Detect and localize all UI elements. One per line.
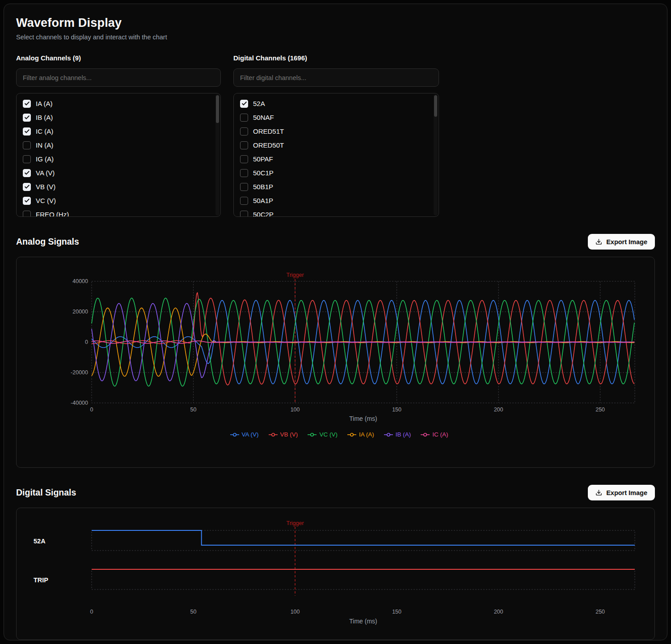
- page-title: Waveform Display: [16, 16, 655, 30]
- legend-marker-icon: [308, 432, 317, 437]
- digital-channel-row-50paf[interactable]: 50PAF: [235, 152, 438, 166]
- channel-label: IG (A): [36, 155, 54, 163]
- checkbox-checked-icon[interactable]: [23, 169, 31, 177]
- analog-channel-row-ig-a[interactable]: IG (A): [17, 152, 219, 166]
- export-analog-image-button[interactable]: Export Image: [588, 234, 655, 250]
- analog-channel-row-va-v[interactable]: VA (V): [17, 166, 219, 180]
- y-tick-label: 20000: [72, 309, 88, 315]
- channel-selectors: Analog Channels (9) IA (A)IB (A)IC (A)IN…: [16, 54, 655, 217]
- channel-label: 52A: [253, 100, 265, 107]
- digital-channel-row-50a1p[interactable]: 50A1P: [235, 194, 438, 208]
- channel-label: IN (A): [36, 141, 53, 149]
- legend-item-va-v[interactable]: VA (V): [230, 431, 259, 438]
- digital-chart-card: Trigger52ATRIP050100150200250Time (ms): [16, 508, 655, 640]
- analog-list-scrollbar-thumb[interactable]: [216, 95, 219, 123]
- analog-channel-row-vb-v[interactable]: VB (V): [17, 180, 219, 194]
- export-digital-image-button[interactable]: Export Image: [588, 485, 655, 500]
- digital-list-scrollbar-thumb[interactable]: [434, 95, 437, 117]
- legend-label: IB (A): [396, 431, 411, 438]
- digital-channel-box-52a: [92, 530, 635, 551]
- checkbox-unchecked-icon[interactable]: [23, 141, 31, 149]
- channel-label: VB (V): [36, 183, 55, 191]
- legend-label: IA (A): [359, 431, 374, 438]
- legend-item-ia-a[interactable]: IA (A): [347, 431, 374, 438]
- analog-channel-row-vc-v[interactable]: VC (V): [17, 194, 219, 208]
- legend-item-ic-a[interactable]: IC (A): [421, 431, 448, 438]
- digital-channel-list[interactable]: 52A50NAFORED51TORED50T50PAF50C1P50B1P50A…: [233, 93, 439, 217]
- x-tick-label: 150: [392, 609, 401, 615]
- legend-label: VA (V): [242, 431, 259, 438]
- download-icon: [595, 489, 602, 496]
- checkbox-checked-icon[interactable]: [23, 100, 31, 108]
- digital-signals-header: Digital Signals Export Image: [16, 485, 655, 500]
- analog-channels-panel: Analog Channels (9) IA (A)IB (A)IC (A)IN…: [16, 54, 221, 217]
- checkbox-unchecked-icon[interactable]: [240, 114, 248, 122]
- checkbox-checked-icon[interactable]: [23, 183, 31, 191]
- analog-channel-row-freq-hz[interactable]: FREQ (Hz): [17, 208, 219, 217]
- checkbox-unchecked-icon[interactable]: [240, 211, 248, 217]
- analog-channel-row-ic-a[interactable]: IC (A): [17, 124, 219, 138]
- y-tick-label: -20000: [71, 369, 88, 376]
- channel-label: 50C1P: [253, 169, 274, 177]
- checkbox-unchecked-icon[interactable]: [23, 155, 31, 163]
- digital-channel-label-trip: TRIP: [34, 576, 48, 584]
- digital-signals-chart[interactable]: Trigger52ATRIP050100150200250Time (ms): [24, 512, 648, 629]
- analog-signals-header: Analog Signals Export Image: [16, 234, 655, 250]
- analog-filter-input[interactable]: [16, 68, 221, 87]
- page-header: Waveform Display Select channels to disp…: [16, 16, 655, 41]
- x-tick-label: 200: [494, 609, 503, 615]
- digital-channel-row-ored51t[interactable]: ORED51T: [235, 124, 438, 138]
- x-tick-label: 150: [392, 407, 401, 413]
- digital-channel-row-50b1p[interactable]: 50B1P: [235, 180, 438, 194]
- checkbox-checked-icon[interactable]: [240, 100, 248, 108]
- digital-signals-title: Digital Signals: [16, 487, 76, 498]
- legend-item-ib-a[interactable]: IB (A): [384, 431, 411, 438]
- checkbox-unchecked-icon[interactable]: [240, 141, 248, 149]
- x-tick-label: 50: [190, 609, 197, 615]
- analog-signals-chart[interactable]: 05010015020025040000200000-20000-40000Tr…: [24, 270, 648, 427]
- checkbox-checked-icon[interactable]: [23, 127, 31, 136]
- x-axis-label: Time (ms): [349, 618, 377, 625]
- channel-label: VC (V): [36, 197, 56, 204]
- x-tick-label: 100: [291, 609, 300, 615]
- analog-channel-row-ia-a[interactable]: IA (A): [17, 97, 219, 110]
- checkbox-checked-icon[interactable]: [23, 197, 31, 205]
- analog-channel-row-ib-a[interactable]: IB (A): [17, 110, 219, 124]
- checkbox-unchecked-icon[interactable]: [240, 127, 248, 136]
- checkbox-checked-icon[interactable]: [23, 114, 31, 122]
- digital-channel-row-52a[interactable]: 52A: [235, 97, 438, 110]
- channel-label: 50C2P: [253, 211, 274, 217]
- digital-channel-row-ored50t[interactable]: ORED50T: [235, 138, 438, 152]
- legend-marker-icon: [347, 432, 356, 437]
- download-icon: [595, 238, 602, 245]
- legend-label: IC (A): [432, 431, 448, 438]
- channel-label: ORED50T: [253, 141, 284, 149]
- digital-channel-box-trip: [92, 569, 635, 589]
- waveform-display-app: Waveform Display Select channels to disp…: [4, 4, 667, 640]
- legend-item-vc-v[interactable]: VC (V): [308, 431, 338, 438]
- page-subtitle: Select channels to display and interact …: [16, 34, 655, 41]
- checkbox-unchecked-icon[interactable]: [240, 169, 248, 177]
- digital-filter-input[interactable]: [233, 68, 439, 87]
- checkbox-unchecked-icon[interactable]: [240, 183, 248, 191]
- digital-channel-row-50c2p[interactable]: 50C2P: [235, 208, 438, 217]
- analog-channel-list[interactable]: IA (A)IB (A)IC (A)IN (A)IG (A)VA (V)VB (…: [16, 93, 221, 217]
- channel-label: IB (A): [36, 114, 53, 121]
- analog-chart-legend: VA (V)VB (V)VC (V)IA (A)IB (A)IC (A): [24, 431, 654, 438]
- digital-list-scrollbar[interactable]: [434, 94, 438, 216]
- digital-channels-heading: Digital Channels (1696): [233, 54, 439, 62]
- channel-label: IA (A): [36, 100, 53, 107]
- digital-channel-row-50c1p[interactable]: 50C1P: [235, 166, 438, 180]
- analog-list-scrollbar[interactable]: [215, 94, 219, 216]
- analog-channel-row-in-a[interactable]: IN (A): [17, 138, 219, 152]
- channel-label: IC (A): [36, 127, 53, 135]
- legend-item-vb-v[interactable]: VB (V): [269, 431, 298, 438]
- checkbox-unchecked-icon[interactable]: [240, 197, 248, 205]
- digital-channel-row-50naf[interactable]: 50NAF: [235, 110, 438, 124]
- checkbox-unchecked-icon[interactable]: [240, 155, 248, 163]
- trigger-label: Trigger: [286, 272, 304, 278]
- analog-chart-card: 05010015020025040000200000-20000-40000Tr…: [16, 257, 655, 468]
- checkbox-unchecked-icon[interactable]: [23, 211, 31, 217]
- digital-channels-panel: Digital Channels (1696) 52A50NAFORED51TO…: [233, 54, 439, 217]
- x-tick-label: 0: [90, 609, 93, 615]
